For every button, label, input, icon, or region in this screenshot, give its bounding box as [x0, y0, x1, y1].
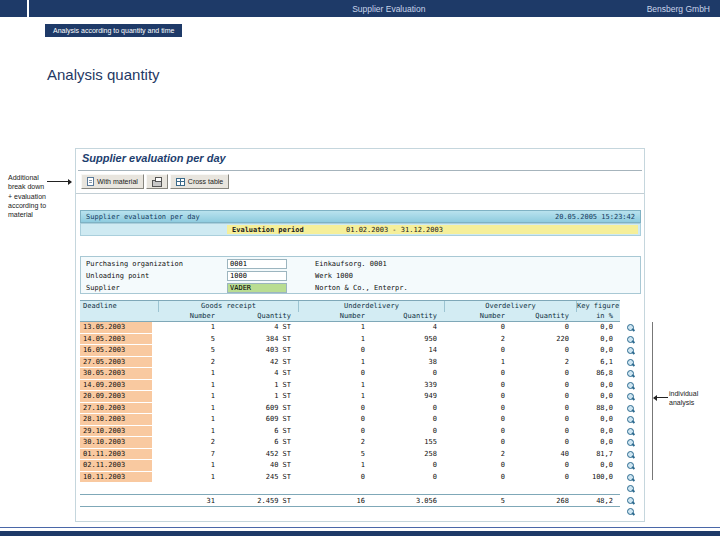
sap-window-screenshot: Supplier evaluation per day With materia…: [75, 148, 645, 522]
row-detail-button[interactable]: [623, 495, 637, 507]
value-cell: 1: [158, 426, 222, 438]
value-cell: 0: [444, 391, 512, 403]
table-group-header: Deadline Goods receipt Underdelivery Ove…: [80, 300, 620, 311]
value-cell: 40 ST: [222, 460, 298, 472]
row-detail-button[interactable]: [623, 472, 637, 484]
value-cell: 1: [158, 403, 222, 415]
value-cell: 0,0: [576, 460, 620, 472]
value-cell: 1: [158, 414, 222, 426]
row-group-bracket: [652, 322, 653, 480]
presentation-title: Supplier Evaluation: [352, 4, 425, 14]
evaluation-period-value: 01.02.2003 - 31.12.2003: [346, 226, 443, 234]
with-material-button[interactable]: With material: [81, 174, 144, 189]
value-cell: 0,0: [576, 380, 620, 392]
row-detail-button[interactable]: [623, 322, 637, 334]
value-cell: 1: [298, 322, 372, 334]
row-detail-button[interactable]: [623, 449, 637, 461]
total-cell: 48,2: [576, 495, 620, 506]
left-annotation-arrow: [47, 181, 71, 182]
magnifier-icon: [626, 323, 635, 332]
row-detail-button[interactable]: [623, 483, 637, 495]
deadline-cell: 27.10.2003: [80, 403, 152, 415]
row-detail-button[interactable]: [623, 426, 637, 438]
value-cell: 40: [512, 449, 576, 461]
slide-header-bar: Supplier Evaluation Bensberg GmbH: [0, 0, 720, 17]
total-cell: 3.056: [372, 495, 444, 506]
value-cell: 2: [158, 357, 222, 369]
value-cell: 452 ST: [222, 449, 298, 461]
right-annotation-line: analysis: [669, 398, 698, 407]
row-detail-button[interactable]: [623, 460, 637, 472]
value-cell: 220: [512, 334, 576, 346]
value-cell: 339: [372, 380, 444, 392]
table-row: 02.11.2003140 ST10000,0: [80, 460, 620, 472]
value-cell: 0: [444, 368, 512, 380]
filter-label: Purchasing organization: [86, 260, 183, 268]
row-detail-button[interactable]: [623, 391, 637, 403]
value-cell: 14: [372, 345, 444, 357]
deadline-cell: 01.11.2003: [80, 449, 152, 461]
toolbar-divider: [76, 193, 644, 194]
value-cell: 0: [372, 368, 444, 380]
supplier-field[interactable]: VADER: [227, 283, 287, 293]
column-header: Number: [298, 311, 372, 321]
row-detail-button[interactable]: [623, 357, 637, 369]
value-cell: 6 ST: [222, 437, 298, 449]
magnifier-icon: [626, 461, 635, 470]
value-cell: 2: [444, 449, 512, 461]
cross-table-button[interactable]: Cross table: [170, 174, 229, 189]
report-title: Supplier evaluation per day: [82, 152, 226, 164]
value-cell: 384 ST: [222, 334, 298, 346]
value-cell: 0: [444, 472, 512, 484]
value-cell: 0: [298, 345, 372, 357]
row-detail-button[interactable]: [623, 334, 637, 346]
row-detail-button[interactable]: [623, 403, 637, 415]
row-detail-button[interactable]: [623, 437, 637, 449]
value-cell: 0: [372, 426, 444, 438]
value-cell: 1 ST: [222, 391, 298, 403]
report-timestamp: 20.05.2005 15:23:42: [555, 213, 635, 221]
value-cell: 0: [512, 345, 576, 357]
filters-block: Purchasing organization 0001 Einkaufsorg…: [80, 256, 641, 294]
left-annotation-line: break down: [8, 182, 72, 191]
filter-description: Werk 1000: [315, 272, 353, 280]
magnifier-icon: [626, 404, 635, 413]
value-cell: 0,0: [576, 426, 620, 438]
table-grid-icon: [176, 178, 185, 186]
column-header-spacer: [80, 311, 158, 321]
deadline-cell: 14.05.2003: [80, 334, 152, 346]
magnifier-icon: [626, 381, 635, 390]
table-row: 30.10.200326 ST2155000,0: [80, 437, 620, 449]
deadline-cell: 20.09.2003: [80, 391, 152, 403]
unloading-point-field[interactable]: 1000: [227, 271, 287, 281]
value-cell: 6 ST: [222, 426, 298, 438]
value-cell: 1: [298, 357, 372, 369]
filter-row-unloading-point: Unloading point 1000 Werk 1000: [81, 270, 640, 282]
value-cell: 0: [512, 472, 576, 484]
row-detail-button[interactable]: [623, 380, 637, 392]
value-cell: 0,0: [576, 414, 620, 426]
value-cell: 0: [444, 403, 512, 415]
row-detail-button[interactable]: [623, 414, 637, 426]
table-row: 20.09.200311 ST1949000,0: [80, 391, 620, 403]
value-cell: 86,8: [576, 368, 620, 380]
value-cell: 0: [444, 345, 512, 357]
value-cell: 0: [444, 437, 512, 449]
with-material-label: With material: [97, 178, 138, 185]
magnifier-icon: [626, 335, 635, 344]
magnifier-icon: [626, 450, 635, 459]
title-divider: [78, 170, 642, 171]
row-detail-button[interactable]: [623, 345, 637, 357]
table-row: 14.09.200311 ST1339000,0: [80, 380, 620, 392]
evaluation-period-row: Evaluation period 01.02.2003 - 31.12.200…: [80, 223, 641, 236]
row-detail-button[interactable]: [623, 506, 637, 518]
purchasing-organization-field[interactable]: 0001: [227, 259, 287, 269]
filter-label: Unloading point: [86, 272, 149, 280]
column-header: Quantity: [372, 311, 444, 321]
value-cell: 1: [158, 322, 222, 334]
company-name: Bensberg GmbH: [647, 4, 710, 14]
evaluation-period-label: Evaluation period: [232, 226, 346, 234]
row-detail-button[interactable]: [623, 368, 637, 380]
deadline-cell: 10.11.2003: [80, 472, 152, 484]
print-button[interactable]: [146, 174, 168, 189]
